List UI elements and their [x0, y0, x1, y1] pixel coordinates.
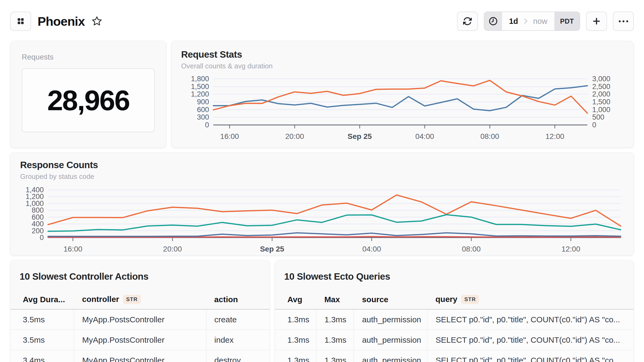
table-row[interactable]: 3.5msMyApp.PostsControllercreate: [10, 309, 270, 330]
table-cell: 1.3ms: [275, 309, 316, 330]
svg-text:3,000: 3,000: [592, 75, 610, 83]
svg-text:12:00: 12:00: [546, 132, 564, 141]
more-button[interactable]: [613, 12, 634, 31]
table-cell: MyApp.PostsController: [74, 309, 206, 330]
response-counts-chart[interactable]: 02004006008001,0001,2001,40016:0020:00Se…: [20, 183, 624, 255]
ellipsis-icon: [618, 20, 629, 22]
request-stats-subtitle: Overall counts & avg duration: [181, 62, 624, 70]
table-cell: destroy: [206, 350, 270, 362]
apps-grid-button[interactable]: [10, 12, 31, 31]
column-header-label: Avg Dura...: [23, 295, 65, 304]
svg-text:16:00: 16:00: [64, 245, 82, 253]
controller-actions-table: Avg Dura...controllerSTRaction3.5msMyApp…: [10, 291, 270, 362]
table-cell: 1.3ms: [275, 350, 316, 362]
controller-actions-title: 10 Slowest Controller Actions: [10, 271, 270, 282]
requests-label: Requests: [22, 53, 155, 61]
table-row[interactable]: 1.3ms1.3msauth_permissionSELECT p0."id",…: [275, 309, 634, 330]
table-cell: 3.5ms: [10, 330, 74, 350]
svg-text:08:00: 08:00: [480, 132, 499, 141]
table-cell: auth_permission: [354, 309, 427, 330]
svg-text:20:00: 20:00: [163, 245, 182, 253]
requests-value: 28,966: [47, 84, 129, 117]
chevron-right-icon: [522, 17, 529, 25]
svg-text:08:00: 08:00: [462, 245, 481, 253]
svg-text:1,200: 1,200: [191, 90, 209, 98]
request-stats-card: Request Stats Overall counts & avg durat…: [171, 41, 634, 147]
column-header-label: query: [436, 295, 458, 304]
response-counts-title: Response Counts: [20, 160, 624, 170]
table-cell: SELECT p0."id", p0."title", COUNT(c0."id…: [427, 330, 634, 350]
table-header-row: Avg Dura...controllerSTRaction: [10, 291, 270, 309]
table-cell: 1.3ms: [275, 330, 316, 350]
svg-text:0: 0: [205, 121, 209, 129]
svg-text:20:00: 20:00: [285, 132, 304, 141]
time-range-end: now: [533, 17, 547, 26]
svg-text:1,500: 1,500: [191, 83, 209, 91]
svg-text:2,000: 2,000: [592, 90, 610, 98]
column-header-label: Avg: [287, 295, 302, 304]
svg-text:300: 300: [197, 113, 209, 121]
column-header[interactable]: controllerSTR: [74, 291, 206, 309]
table-header-row: AvgMaxsourcequerySTR: [275, 291, 634, 309]
svg-text:900: 900: [197, 98, 209, 106]
svg-text:600: 600: [197, 106, 209, 114]
favorite-star-icon[interactable]: [91, 16, 103, 27]
top-bar: Phoenix 1d: [0, 0, 644, 41]
svg-text:12:00: 12:00: [561, 245, 580, 253]
controller-actions-card: 10 Slowest Controller Actions Avg Dura..…: [10, 260, 270, 362]
grid-icon: [16, 16, 26, 26]
ecto-queries-title: 10 Slowest Ecto Queries: [275, 271, 634, 282]
table-cell: 1.3ms: [316, 350, 354, 362]
svg-text:0: 0: [592, 121, 596, 129]
column-header-label: Max: [324, 295, 340, 304]
table-row[interactable]: 1.3ms1.3msauth_permissionSELECT p0."id",…: [275, 350, 634, 362]
time-range-control[interactable]: 1d now PDT: [484, 12, 580, 31]
table-cell: 1.3ms: [316, 309, 354, 330]
table-cell: 1.3ms: [316, 330, 354, 350]
column-header[interactable]: querySTR: [427, 291, 634, 309]
time-picker-button[interactable]: [484, 12, 502, 30]
request-stats-chart[interactable]: 03006009001,2001,5001,80005001,0001,5002…: [181, 73, 624, 143]
table-cell: auth_permission: [354, 350, 427, 362]
response-counts-subtitle: Grouped by status code: [20, 172, 624, 181]
table-cell: SELECT p0."id", p0."title", COUNT(c0."id…: [427, 309, 634, 330]
refresh-icon: [463, 16, 472, 26]
column-header[interactable]: Avg: [275, 291, 316, 309]
svg-text:1,400: 1,400: [25, 186, 44, 194]
ecto-queries-table: AvgMaxsourcequerySTR1.3ms1.3msauth_permi…: [275, 291, 634, 362]
response-counts-card: Response Counts Grouped by status code 0…: [10, 152, 634, 255]
table-cell: 3.4ms: [10, 350, 74, 362]
clock-icon: [488, 16, 498, 26]
refresh-button[interactable]: [457, 12, 478, 31]
table-row[interactable]: 3.5msMyApp.PostsControllerindex: [10, 330, 270, 350]
column-header-label: source: [362, 295, 388, 304]
column-header-label: action: [214, 295, 238, 304]
ecto-queries-card: 10 Slowest Ecto Queries AvgMaxsourcequer…: [275, 260, 634, 362]
svg-text:04:00: 04:00: [362, 245, 381, 253]
svg-text:1,500: 1,500: [592, 98, 610, 106]
timezone-button[interactable]: PDT: [554, 12, 580, 30]
time-range-display[interactable]: 1d now: [502, 12, 554, 30]
svg-text:2,500: 2,500: [592, 83, 610, 91]
column-header[interactable]: source: [354, 291, 427, 309]
svg-text:500: 500: [592, 113, 604, 121]
type-badge: STR: [123, 295, 141, 304]
table-row[interactable]: 3.4msMyApp.PostsControllerdestroy: [10, 350, 270, 362]
table-cell: MyApp.PostsController: [74, 350, 206, 362]
add-button[interactable]: [586, 12, 607, 31]
table-cell: 3.5ms: [10, 309, 74, 330]
svg-text:Sep 25: Sep 25: [260, 245, 284, 253]
column-header[interactable]: Avg Dura...: [10, 291, 74, 309]
table-cell: create: [206, 309, 270, 330]
requests-value-box[interactable]: 28,966: [22, 68, 155, 132]
column-header-label: controller: [82, 295, 119, 304]
svg-text:1,000: 1,000: [592, 106, 610, 114]
svg-text:04:00: 04:00: [415, 132, 434, 141]
column-header[interactable]: action: [206, 291, 270, 309]
table-row[interactable]: 1.3ms1.3msauth_permissionSELECT p0."id",…: [275, 330, 634, 350]
request-stats-title: Request Stats: [181, 49, 624, 60]
column-header[interactable]: Max: [316, 291, 354, 309]
table-cell: SELECT p0."id", p0."title", COUNT(c0."id…: [427, 350, 634, 362]
table-cell: MyApp.PostsController: [74, 330, 206, 350]
svg-text:Sep 25: Sep 25: [347, 132, 372, 141]
